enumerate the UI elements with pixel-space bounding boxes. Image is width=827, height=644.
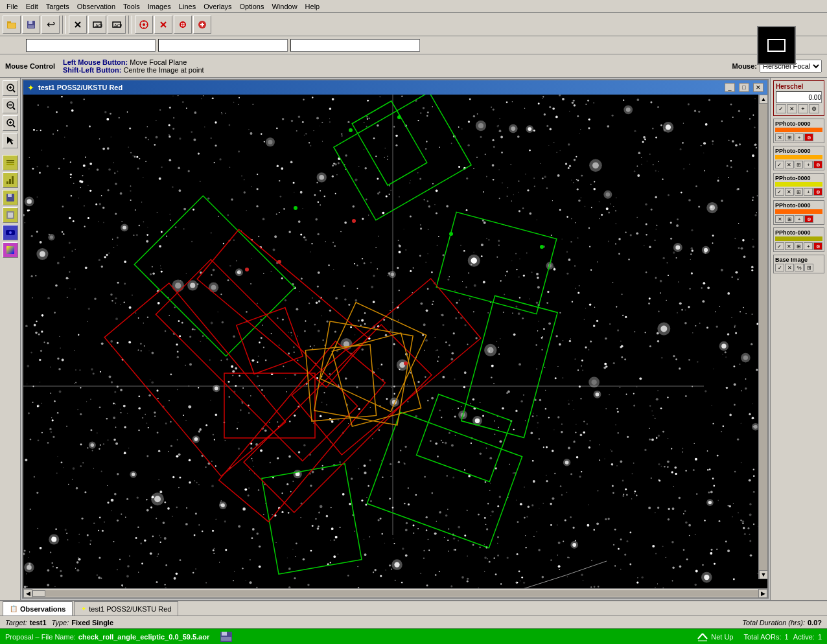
zoom-out-button[interactable] bbox=[3, 98, 18, 113]
pp5-grid-btn[interactable]: ⊞ bbox=[795, 242, 804, 250]
circle-button[interactable] bbox=[174, 16, 192, 34]
scroll-track-h[interactable] bbox=[32, 590, 758, 597]
view-button[interactable] bbox=[3, 225, 18, 240]
svg-point-77 bbox=[540, 245, 544, 249]
tab-observations[interactable]: 📋 Observations bbox=[3, 601, 73, 615]
net-up-group: Net Up bbox=[697, 632, 733, 641]
herschel-gear-btn[interactable]: ⚙ bbox=[809, 104, 819, 113]
colormap-button[interactable] bbox=[3, 242, 18, 258]
zoom-fit-button[interactable] bbox=[3, 80, 18, 96]
svg-text:AOR: AOR bbox=[114, 23, 122, 28]
pp-group-3: PPhoto-0000 ✓ ✕ ⊞ + ⊗ bbox=[773, 173, 824, 198]
menu-targets[interactable]: Targets bbox=[42, 1, 73, 12]
image-canvas-area[interactable]: ▲ ▼ bbox=[23, 95, 767, 588]
close-button[interactable]: ✕ bbox=[753, 83, 763, 92]
green-statusbar: Proposal – File Name: check_roll_angle_e… bbox=[0, 628, 827, 644]
filter-input-3[interactable] bbox=[290, 39, 420, 52]
pp4-circle-btn[interactable]: ⊗ bbox=[804, 215, 813, 223]
cut-button[interactable] bbox=[69, 16, 87, 34]
bi-x-btn[interactable]: ✕ bbox=[785, 264, 794, 271]
menu-file[interactable]: File bbox=[3, 1, 22, 12]
save-button[interactable] bbox=[22, 16, 40, 34]
pp3-plus-btn[interactable]: + bbox=[804, 188, 813, 196]
pp4-title: PPhoto-0000 bbox=[775, 202, 822, 209]
scroll-track-v[interactable] bbox=[759, 104, 767, 570]
svg-rect-44 bbox=[12, 176, 14, 184]
menu-window[interactable]: Window bbox=[268, 1, 301, 12]
pp3-x-btn[interactable]: ✕ bbox=[785, 188, 794, 196]
menu-images[interactable]: Images bbox=[144, 1, 175, 12]
menu-edit[interactable]: Edit bbox=[22, 1, 42, 12]
vertical-scrollbar[interactable]: ▲ ▼ bbox=[758, 95, 767, 579]
herschel-check-btn[interactable]: ✓ bbox=[776, 104, 786, 113]
edit-button[interactable] bbox=[3, 207, 18, 223]
menu-help[interactable]: Help bbox=[301, 1, 324, 12]
svg-line-35 bbox=[13, 125, 15, 127]
menu-lines[interactable]: Lines bbox=[175, 1, 200, 12]
menu-options[interactable]: Options bbox=[236, 1, 268, 12]
select-button[interactable] bbox=[3, 133, 18, 148]
svg-text:AOR: AOR bbox=[95, 23, 102, 28]
pp2-grid-btn[interactable]: ⊞ bbox=[795, 161, 804, 168]
tab-image-label: test1 POSS2/UKSTU Red bbox=[89, 605, 171, 613]
svg-point-81 bbox=[352, 219, 356, 223]
save-image-button[interactable] bbox=[3, 190, 18, 205]
pp3-circle-btn[interactable]: ⊗ bbox=[813, 188, 822, 196]
scroll-right-arrow[interactable]: ▶ bbox=[758, 589, 767, 598]
pp5-circle-btn[interactable]: ⊗ bbox=[813, 242, 822, 250]
pp2-plus-btn[interactable]: + bbox=[804, 161, 813, 168]
pp1-grid-btn[interactable]: ⊞ bbox=[785, 133, 794, 141]
pp5-title: PPhoto-0000 bbox=[775, 229, 822, 236]
filter-input-1[interactable] bbox=[26, 39, 156, 52]
aor2-button[interactable]: AOR bbox=[108, 16, 126, 34]
bi-check-btn[interactable]: ✓ bbox=[775, 264, 784, 271]
scroll-thumb-h[interactable] bbox=[32, 590, 45, 597]
minimize-button[interactable]: _ bbox=[725, 83, 735, 92]
filter-input-2[interactable] bbox=[158, 39, 288, 52]
pp2-check-btn[interactable]: ✓ bbox=[775, 161, 784, 168]
menu-observation[interactable]: Observation bbox=[73, 1, 119, 12]
pp5-check-btn[interactable]: ✓ bbox=[775, 242, 784, 250]
total-aors-label: Total AORs: bbox=[743, 633, 781, 641]
total-aors-value: 1 bbox=[785, 633, 789, 641]
pp1-plus-btn[interactable]: + bbox=[795, 133, 804, 141]
pp1-x-btn[interactable]: ✕ bbox=[775, 133, 784, 141]
herschel-x-btn[interactable]: ✕ bbox=[787, 104, 797, 113]
pp4-grid-btn[interactable]: ⊞ bbox=[785, 215, 794, 223]
pp2-x-btn[interactable]: ✕ bbox=[785, 161, 794, 168]
zoom-in-button[interactable] bbox=[3, 115, 18, 131]
maximize-button[interactable]: □ bbox=[739, 83, 749, 92]
herschel-plus-btn[interactable]: + bbox=[798, 104, 808, 113]
menu-overlays[interactable]: Overlays bbox=[200, 1, 235, 12]
svg-rect-54 bbox=[334, 95, 471, 220]
pp1-circle-btn[interactable]: ⊗ bbox=[804, 133, 813, 141]
pp2-circle-btn[interactable]: ⊗ bbox=[813, 161, 822, 168]
bi-grid-btn[interactable]: ⊞ bbox=[804, 264, 813, 271]
pp5-x-btn[interactable]: ✕ bbox=[785, 242, 794, 250]
tab-image[interactable]: ✦ test1 POSS2/UKSTU Red bbox=[74, 601, 178, 615]
pp3-check-btn[interactable]: ✓ bbox=[775, 188, 784, 196]
scroll-left-arrow[interactable]: ◀ bbox=[23, 589, 32, 598]
target-button[interactable] bbox=[135, 16, 153, 34]
undo-button[interactable]: ↩ bbox=[41, 16, 60, 34]
svg-point-74 bbox=[349, 128, 353, 132]
svg-point-82 bbox=[404, 362, 408, 365]
menu-tools[interactable]: Tools bbox=[119, 1, 144, 12]
layers-button[interactable] bbox=[3, 155, 18, 170]
herschel-value-input[interactable] bbox=[776, 91, 822, 103]
add-button[interactable] bbox=[193, 16, 211, 34]
statusbar: Target: test1 Type: Fixed Single Total D… bbox=[0, 615, 827, 628]
scroll-down-arrow[interactable]: ▼ bbox=[759, 570, 767, 579]
pp4-plus-btn[interactable]: + bbox=[795, 215, 804, 223]
bi-percent-btn[interactable]: % bbox=[795, 264, 804, 271]
pp3-grid-btn[interactable]: ⊞ bbox=[795, 188, 804, 196]
proposal-label: Proposal – File Name: bbox=[5, 633, 76, 641]
histogram-button[interactable] bbox=[3, 172, 18, 188]
pp4-x-btn[interactable]: ✕ bbox=[775, 215, 784, 223]
aor1-button[interactable]: AOR bbox=[88, 16, 106, 34]
open-button[interactable] bbox=[3, 16, 21, 34]
pp5-plus-btn[interactable]: + bbox=[804, 242, 813, 250]
scroll-up-arrow[interactable]: ▲ bbox=[759, 95, 767, 104]
cross-button[interactable] bbox=[154, 16, 172, 34]
horizontal-scrollbar[interactable]: ◀ ▶ bbox=[23, 588, 767, 597]
